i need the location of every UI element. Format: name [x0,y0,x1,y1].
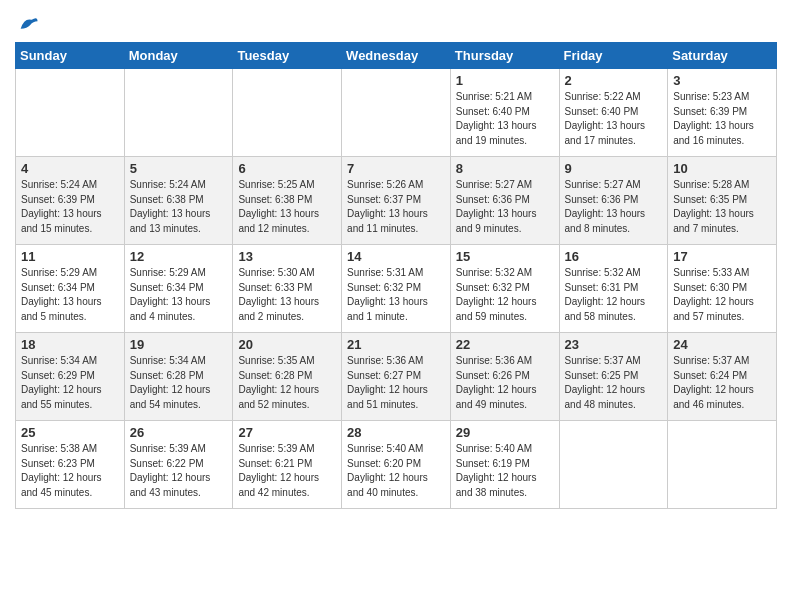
day-detail: Sunrise: 5:31 AM Sunset: 6:32 PM Dayligh… [347,266,445,324]
day-number: 9 [565,161,663,176]
day-detail: Sunrise: 5:39 AM Sunset: 6:22 PM Dayligh… [130,442,228,500]
calendar-cell: 1Sunrise: 5:21 AM Sunset: 6:40 PM Daylig… [450,69,559,157]
calendar-cell: 20Sunrise: 5:35 AM Sunset: 6:28 PM Dayli… [233,333,342,421]
day-detail: Sunrise: 5:33 AM Sunset: 6:30 PM Dayligh… [673,266,771,324]
calendar-cell: 2Sunrise: 5:22 AM Sunset: 6:40 PM Daylig… [559,69,668,157]
day-detail: Sunrise: 5:35 AM Sunset: 6:28 PM Dayligh… [238,354,336,412]
day-detail: Sunrise: 5:32 AM Sunset: 6:32 PM Dayligh… [456,266,554,324]
day-detail: Sunrise: 5:36 AM Sunset: 6:27 PM Dayligh… [347,354,445,412]
calendar-cell: 26Sunrise: 5:39 AM Sunset: 6:22 PM Dayli… [124,421,233,509]
day-detail: Sunrise: 5:27 AM Sunset: 6:36 PM Dayligh… [565,178,663,236]
calendar-cell: 15Sunrise: 5:32 AM Sunset: 6:32 PM Dayli… [450,245,559,333]
day-number: 25 [21,425,119,440]
day-detail: Sunrise: 5:25 AM Sunset: 6:38 PM Dayligh… [238,178,336,236]
day-number: 18 [21,337,119,352]
calendar-cell: 19Sunrise: 5:34 AM Sunset: 6:28 PM Dayli… [124,333,233,421]
day-detail: Sunrise: 5:32 AM Sunset: 6:31 PM Dayligh… [565,266,663,324]
header-day-wednesday: Wednesday [342,43,451,69]
calendar-cell: 6Sunrise: 5:25 AM Sunset: 6:38 PM Daylig… [233,157,342,245]
logo [15,14,39,36]
calendar-cell: 16Sunrise: 5:32 AM Sunset: 6:31 PM Dayli… [559,245,668,333]
day-number: 16 [565,249,663,264]
day-detail: Sunrise: 5:40 AM Sunset: 6:20 PM Dayligh… [347,442,445,500]
calendar-cell: 14Sunrise: 5:31 AM Sunset: 6:32 PM Dayli… [342,245,451,333]
day-number: 12 [130,249,228,264]
day-number: 4 [21,161,119,176]
day-detail: Sunrise: 5:34 AM Sunset: 6:29 PM Dayligh… [21,354,119,412]
day-number: 22 [456,337,554,352]
calendar-cell: 8Sunrise: 5:27 AM Sunset: 6:36 PM Daylig… [450,157,559,245]
calendar-cell: 25Sunrise: 5:38 AM Sunset: 6:23 PM Dayli… [16,421,125,509]
day-detail: Sunrise: 5:26 AM Sunset: 6:37 PM Dayligh… [347,178,445,236]
week-row-1: 1Sunrise: 5:21 AM Sunset: 6:40 PM Daylig… [16,69,777,157]
calendar-cell: 3Sunrise: 5:23 AM Sunset: 6:39 PM Daylig… [668,69,777,157]
day-number: 10 [673,161,771,176]
day-number: 17 [673,249,771,264]
day-number: 24 [673,337,771,352]
day-detail: Sunrise: 5:28 AM Sunset: 6:35 PM Dayligh… [673,178,771,236]
day-number: 19 [130,337,228,352]
day-number: 23 [565,337,663,352]
day-number: 29 [456,425,554,440]
calendar-cell [233,69,342,157]
day-detail: Sunrise: 5:27 AM Sunset: 6:36 PM Dayligh… [456,178,554,236]
day-number: 13 [238,249,336,264]
calendar-cell [16,69,125,157]
day-detail: Sunrise: 5:23 AM Sunset: 6:39 PM Dayligh… [673,90,771,148]
day-number: 6 [238,161,336,176]
calendar-body: 1Sunrise: 5:21 AM Sunset: 6:40 PM Daylig… [16,69,777,509]
day-detail: Sunrise: 5:37 AM Sunset: 6:25 PM Dayligh… [565,354,663,412]
day-detail: Sunrise: 5:29 AM Sunset: 6:34 PM Dayligh… [21,266,119,324]
day-number: 27 [238,425,336,440]
calendar-table: SundayMondayTuesdayWednesdayThursdayFrid… [15,42,777,509]
day-number: 8 [456,161,554,176]
day-number: 26 [130,425,228,440]
header-row: SundayMondayTuesdayWednesdayThursdayFrid… [16,43,777,69]
calendar-header: SundayMondayTuesdayWednesdayThursdayFrid… [16,43,777,69]
day-detail: Sunrise: 5:39 AM Sunset: 6:21 PM Dayligh… [238,442,336,500]
calendar-cell: 4Sunrise: 5:24 AM Sunset: 6:39 PM Daylig… [16,157,125,245]
day-detail: Sunrise: 5:24 AM Sunset: 6:38 PM Dayligh… [130,178,228,236]
logo-bird-icon [17,14,39,36]
calendar-cell: 24Sunrise: 5:37 AM Sunset: 6:24 PM Dayli… [668,333,777,421]
calendar-cell: 27Sunrise: 5:39 AM Sunset: 6:21 PM Dayli… [233,421,342,509]
header-day-tuesday: Tuesday [233,43,342,69]
calendar-cell: 7Sunrise: 5:26 AM Sunset: 6:37 PM Daylig… [342,157,451,245]
day-detail: Sunrise: 5:22 AM Sunset: 6:40 PM Dayligh… [565,90,663,148]
calendar-cell [559,421,668,509]
calendar-cell: 9Sunrise: 5:27 AM Sunset: 6:36 PM Daylig… [559,157,668,245]
week-row-4: 18Sunrise: 5:34 AM Sunset: 6:29 PM Dayli… [16,333,777,421]
calendar-cell: 23Sunrise: 5:37 AM Sunset: 6:25 PM Dayli… [559,333,668,421]
calendar-cell: 10Sunrise: 5:28 AM Sunset: 6:35 PM Dayli… [668,157,777,245]
calendar-cell [342,69,451,157]
day-number: 2 [565,73,663,88]
calendar-cell: 13Sunrise: 5:30 AM Sunset: 6:33 PM Dayli… [233,245,342,333]
calendar-cell: 22Sunrise: 5:36 AM Sunset: 6:26 PM Dayli… [450,333,559,421]
header-day-saturday: Saturday [668,43,777,69]
week-row-5: 25Sunrise: 5:38 AM Sunset: 6:23 PM Dayli… [16,421,777,509]
day-number: 20 [238,337,336,352]
calendar-cell: 5Sunrise: 5:24 AM Sunset: 6:38 PM Daylig… [124,157,233,245]
day-detail: Sunrise: 5:38 AM Sunset: 6:23 PM Dayligh… [21,442,119,500]
day-number: 7 [347,161,445,176]
calendar-cell [124,69,233,157]
day-detail: Sunrise: 5:37 AM Sunset: 6:24 PM Dayligh… [673,354,771,412]
calendar-cell: 12Sunrise: 5:29 AM Sunset: 6:34 PM Dayli… [124,245,233,333]
day-number: 1 [456,73,554,88]
day-number: 11 [21,249,119,264]
calendar-cell [668,421,777,509]
day-number: 5 [130,161,228,176]
day-number: 28 [347,425,445,440]
day-number: 3 [673,73,771,88]
day-detail: Sunrise: 5:34 AM Sunset: 6:28 PM Dayligh… [130,354,228,412]
day-detail: Sunrise: 5:24 AM Sunset: 6:39 PM Dayligh… [21,178,119,236]
week-row-3: 11Sunrise: 5:29 AM Sunset: 6:34 PM Dayli… [16,245,777,333]
calendar-cell: 11Sunrise: 5:29 AM Sunset: 6:34 PM Dayli… [16,245,125,333]
calendar-cell: 21Sunrise: 5:36 AM Sunset: 6:27 PM Dayli… [342,333,451,421]
week-row-2: 4Sunrise: 5:24 AM Sunset: 6:39 PM Daylig… [16,157,777,245]
header-day-friday: Friday [559,43,668,69]
day-number: 21 [347,337,445,352]
header-day-thursday: Thursday [450,43,559,69]
calendar-cell: 28Sunrise: 5:40 AM Sunset: 6:20 PM Dayli… [342,421,451,509]
day-number: 15 [456,249,554,264]
